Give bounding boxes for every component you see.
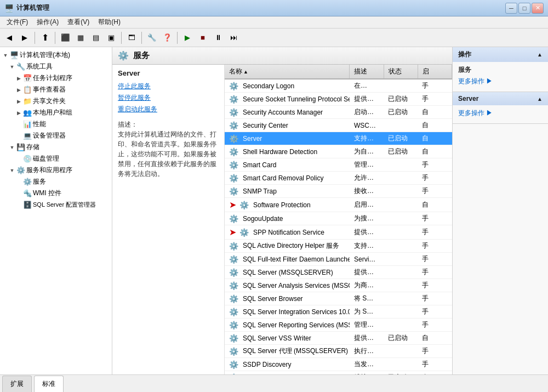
tree-item-services[interactable]: ▶ ⚙️ 服务 <box>0 176 112 188</box>
service-status-cell <box>384 225 418 240</box>
play-button[interactable]: ▶ <box>180 31 195 45</box>
tree-item-users[interactable]: ▶ 👥 本地用户和组 <box>0 107 112 118</box>
tree-item-disk[interactable]: ▶ 💿 磁盘管理 <box>0 153 112 164</box>
table-row[interactable]: ⚙️Security CenterWSC…自 <box>225 119 452 132</box>
title-bar-title: 计算机管理 <box>16 3 505 13</box>
table-row[interactable]: ⚙️Secure Socket Tunneling Protocol Ser..… <box>225 93 452 106</box>
service-gear-icon: ⚙️ <box>229 347 238 356</box>
service-name-label: SQL Server (MSSQLSERVER) <box>243 269 333 276</box>
table-row[interactable]: ⚙️SQL Server Integration Services 10.0为 … <box>225 305 452 319</box>
tree-item-perf[interactable]: ▶ 📊 性能 <box>0 118 112 130</box>
newwin-button[interactable]: 🗔 <box>124 31 139 45</box>
view2-button[interactable]: ▤ <box>89 31 103 45</box>
services-list-panel[interactable]: 名称▲ 描述 状态 启 ⚙️Secondary Logon在…手⚙️Secure… <box>225 65 452 374</box>
table-row[interactable]: ⚙️Server支持…已启动自 <box>225 132 452 145</box>
tree-item-sys-tools[interactable]: ▼ 🔧 系统工具 <box>0 61 112 72</box>
table-row[interactable]: ⚙️SSDP Discovery当发…手 <box>225 358 452 371</box>
service-name-cell: ⚙️SNMP Trap <box>225 185 350 198</box>
restart-service-link[interactable]: 重启动此服务 <box>118 105 219 114</box>
services-header: ⚙️ 服务 <box>112 47 452 65</box>
service-name-cell: ⚙️Shell Hardware Detection <box>225 145 350 158</box>
table-row[interactable]: ⚙️SQL Server 代理 (MSSQLSERVER)执行…手 <box>225 345 452 358</box>
col-header-status[interactable]: 状态 <box>384 65 418 79</box>
service-gear-icon: ⚙️ <box>229 321 238 329</box>
table-row[interactable]: ⚙️SQL Server Reporting Services (MSSQ…管理… <box>225 319 452 332</box>
service-gear-icon: ⚙️ <box>229 360 238 369</box>
table-row[interactable]: ⚙️SQL Server Browser将 S…手 <box>225 292 452 305</box>
tree-item-device[interactable]: ▶ 💻 设备管理器 <box>0 130 112 141</box>
col-header-startup[interactable]: 启 <box>418 65 452 79</box>
svc-apps-icon: ⚙️ <box>16 166 25 175</box>
wmi-icon: 🔩 <box>23 189 32 198</box>
table-row[interactable]: ⚙️Superfetch维护…已启动自 <box>225 371 452 375</box>
table-row[interactable]: ⚙️SogouUpdate为搜…手 <box>225 212 452 225</box>
menu-view[interactable]: 查看(V) <box>63 16 94 28</box>
table-row[interactable]: ⚙️Secondary Logon在…手 <box>225 79 452 93</box>
service-name-cell: ⚙️Secure Socket Tunneling Protocol Ser..… <box>225 93 350 106</box>
tree-item-event[interactable]: ▶ 📋 事件查看器 <box>0 84 112 95</box>
table-row[interactable]: ⚙️SQL Active Directory Helper 服务支持…手 <box>225 240 452 253</box>
task-icon: 📅 <box>23 74 32 83</box>
minimize-button[interactable]: ─ <box>505 3 517 14</box>
tree-arrow-storage: ▼ <box>9 144 15 151</box>
tree-arrow-root: ▼ <box>2 52 9 59</box>
menu-help[interactable]: 帮助(H) <box>94 16 125 28</box>
table-row[interactable]: ⚙️SQL Server VSS Writer提供…已启动自 <box>225 332 452 345</box>
service-startup-cell: 手 <box>418 279 452 292</box>
stop-button[interactable]: ■ <box>196 31 210 45</box>
view1-button[interactable]: ▦ <box>73 31 88 45</box>
service-startup-cell: 手 <box>418 158 452 172</box>
table-row[interactable]: ⚙️Security Accounts Manager启动…已启动自 <box>225 106 452 119</box>
service-name-label: Security Center <box>243 122 288 129</box>
service-gear-icon: ⚙️ <box>229 134 238 143</box>
service-gear-icon: ⚙️ <box>229 174 238 183</box>
restart-button[interactable]: ⏭ <box>226 31 241 45</box>
more-actions-link-1[interactable]: 更多操作 ▶ <box>458 77 543 86</box>
menu-action[interactable]: 操作(A) <box>32 16 63 28</box>
tree-item-root[interactable]: ▼ 🖥️ 计算机管理(本地) <box>0 49 112 61</box>
col-header-name[interactable]: 名称▲ <box>225 65 350 79</box>
col-header-desc[interactable]: 描述 <box>350 65 384 79</box>
table-row[interactable]: ⚙️Smart Card管理…手 <box>225 158 452 172</box>
props-button[interactable]: 🔧 <box>145 31 159 45</box>
stop-service-link[interactable]: 停止此服务 <box>118 82 219 91</box>
back-button[interactable]: ◀ <box>2 31 16 45</box>
more-actions-link-2[interactable]: 更多操作 ▶ <box>458 109 543 118</box>
maximize-button[interactable]: □ <box>518 3 530 14</box>
service-gear-icon: ⚙️ <box>229 308 238 316</box>
show-hide-button[interactable]: ⬛ <box>58 31 72 45</box>
tree-item-shared[interactable]: ▶ 📁 共享文件夹 <box>0 95 112 107</box>
tree-label-services: 服务 <box>33 177 46 186</box>
pause-service-link[interactable]: 暂停此服务 <box>118 93 219 103</box>
table-row[interactable]: ⚙️Smart Card Removal Policy允许…手 <box>225 172 452 185</box>
table-row[interactable]: ⚙️SQL Server (MSSQLSERVER)提供…手 <box>225 266 452 279</box>
close-button[interactable]: ✕ <box>532 3 544 14</box>
up-button[interactable]: ⬆ <box>38 31 52 45</box>
table-row[interactable]: ⚙️SNMP Trap接收…手 <box>225 185 452 198</box>
table-row[interactable]: ⚙️SQL Full-text Filter Daemon Launcher (… <box>225 253 452 266</box>
tab-expand[interactable]: 扩展 <box>2 376 32 392</box>
tree-item-task[interactable]: ▶ 📅 任务计划程序 <box>0 72 112 84</box>
view3-button[interactable]: ▣ <box>104 31 118 45</box>
service-name-label: Secure Socket Tunneling Protocol Ser... <box>243 95 350 103</box>
table-row[interactable]: ⚙️SQL Server Analysis Services (MSSQL…为商… <box>225 279 452 292</box>
shared-icon: 📁 <box>23 97 32 106</box>
tab-standard[interactable]: 标准 <box>34 376 64 392</box>
tree-item-storage[interactable]: ▼ 💾 存储 <box>0 141 112 153</box>
service-name-label: Shell Hardware Detection <box>243 148 317 156</box>
menu-file[interactable]: 文件(F) <box>2 16 32 28</box>
table-row[interactable]: ➤⚙️SPP Notification Service提供…手 <box>225 225 452 240</box>
forward-button[interactable]: ▶ <box>18 31 32 45</box>
help-button[interactable]: ❓ <box>160 31 174 45</box>
services-icon: ⚙️ <box>23 178 32 186</box>
tree-item-sql[interactable]: ▶ 🗄️ SQL Server 配置管理器 <box>0 199 112 210</box>
table-row[interactable]: ⚙️Shell Hardware Detection为自…已启动自 <box>225 145 452 158</box>
table-row[interactable]: ➤⚙️Software Protection启用…自 <box>225 198 452 212</box>
tree-label-sys: 系统工具 <box>26 62 53 71</box>
service-name-cell: ⚙️SSDP Discovery <box>225 358 350 371</box>
pause-button[interactable]: ⏸ <box>211 31 225 45</box>
service-startup-cell: 手 <box>418 358 452 371</box>
service-status-cell <box>384 119 418 132</box>
tree-item-svc-apps[interactable]: ▼ ⚙️ 服务和应用程序 <box>0 164 112 176</box>
tree-item-wmi[interactable]: ▶ 🔩 WMI 控件 <box>0 188 112 199</box>
